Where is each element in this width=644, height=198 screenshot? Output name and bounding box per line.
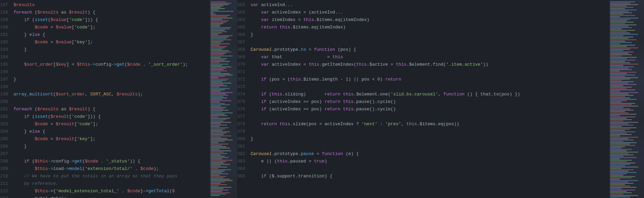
code-line: 362 var activeInd... <box>237 1 609 9</box>
code-line: 191 } else { <box>0 31 210 39</box>
code-line: 198 <box>0 83 210 91</box>
code-line: 212 $this->{'model_extension_total_' . $… <box>0 188 210 195</box>
code-line: 197 } <box>0 76 210 83</box>
code-line: 369 var that = this <box>237 53 609 61</box>
code-line: 373 <box>237 83 609 91</box>
minimap-visualization <box>210 0 237 198</box>
code-line: 213 total_data); <box>0 195 210 198</box>
code-line: 368 Carousel.prototype.to = function (po… <box>237 46 609 53</box>
code-line: 382 Carousel.prototype.pause = function … <box>237 150 609 158</box>
code-line: 211 by reference. <box>0 180 210 188</box>
code-line: 189 if (isset($value['code'])) { <box>0 16 210 24</box>
code-line: 384 <box>237 165 609 173</box>
code-line: 207 <box>0 150 210 158</box>
code-line: 366 } <box>237 31 609 39</box>
right-code-editor: 362 var activeInd... 363 var activeIndex… <box>237 0 609 198</box>
code-line: 367 <box>237 39 609 46</box>
code-line: 195 $sort_order[$key] = $this->config->g… <box>0 61 210 68</box>
right-code-panel[interactable]: 362 var activeInd... 363 var activeIndex… <box>237 0 609 198</box>
code-line: 375 if (activeIndex == pos) return this.… <box>237 98 609 106</box>
code-line: 203 $code = $result['code']; <box>0 120 210 128</box>
code-line: 208 if ($this->config->get($code . '_sta… <box>0 158 210 165</box>
code-line: 206 } <box>0 143 210 150</box>
code-line: 205 $code = $result['key']; <box>0 135 210 143</box>
code-line: 201 foreach ($results as $result) { <box>0 106 210 113</box>
code-line: 377 <box>237 113 609 120</box>
code-line: 210 // We have to put the totals in an a… <box>0 173 210 180</box>
code-line: 196 <box>0 68 210 76</box>
code-line: 371 <box>237 68 609 76</box>
code-line: 381 <box>237 143 609 150</box>
editor-container: 187 $results 188 foreach ($results as $r… <box>0 0 644 198</box>
code-line: 193 } <box>0 46 210 53</box>
code-line: 200 <box>0 98 210 106</box>
code-line: 380 } <box>237 135 609 143</box>
code-line: 374 if (this.sliding) return this.$eleme… <box>237 91 609 98</box>
code-line: 385 if ($.support.transition) { <box>237 173 609 180</box>
code-line: 194 <box>0 53 210 61</box>
code-line: 204 } else { <box>0 128 210 135</box>
code-line: 370 var activeIndex = this.getItemIndex(… <box>237 61 609 68</box>
code-line: 190 $code = $value['code']; <box>0 24 210 31</box>
minimap-visualization-right <box>609 0 644 198</box>
left-code-panel[interactable]: 187 $results 188 foreach ($results as $r… <box>0 0 210 198</box>
left-minimap[interactable] <box>210 0 237 198</box>
left-code-editor: 187 $results 188 foreach ($results as $r… <box>0 0 210 198</box>
code-line: 376 if (activeIndex == pos) return this.… <box>237 106 609 113</box>
code-line: 188 foreach ($results as $result) { <box>0 9 210 16</box>
code-line: 378 return this.slide(pos > activeIndex … <box>237 120 609 128</box>
code-line: 209 $this->load->model('extension/total/… <box>0 165 210 173</box>
code-line: 199 array_multisort($sort_order, SORT_AS… <box>0 91 210 98</box>
code-line: 192 $code = $value['key']; <box>0 39 210 46</box>
code-line: 383 e || (this.paused = true) <box>237 158 609 165</box>
code-line: 372 if (pos > (this.$items.length - 1) |… <box>237 76 609 83</box>
code-line: 364 var itemIndex = this.$items.eq(itemI… <box>237 16 609 24</box>
code-line: 379 <box>237 128 609 135</box>
code-line: 363 var activeIndex = (activeInd... <box>237 9 609 16</box>
code-line: 187 $results <box>0 1 210 9</box>
right-minimap[interactable] <box>609 0 644 198</box>
code-line: 365 return this.$items.eq(itemIndex) <box>237 24 609 31</box>
code-line: 202 if (isset($result['code'])) { <box>0 113 210 120</box>
